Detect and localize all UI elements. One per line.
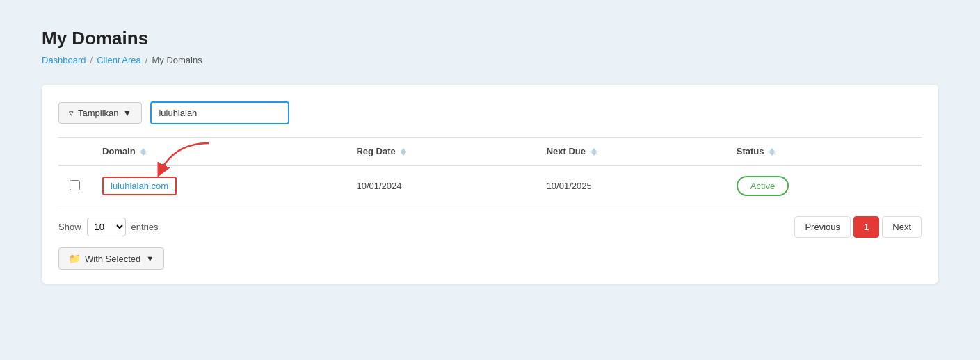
folder-icon: 📁 (69, 253, 81, 264)
sort-regdate-icon[interactable] (401, 148, 406, 156)
search-input[interactable] (150, 101, 289, 124)
breadcrumb-client-area[interactable]: Client Area (97, 55, 141, 65)
status-badge: Active (737, 176, 789, 196)
domains-table-wrapper: Domain Reg Date (58, 137, 922, 206)
show-label: Show (58, 222, 81, 232)
domains-card: ▿ Tampilkan ▼ Domain (42, 85, 938, 284)
row-checkbox[interactable] (70, 180, 80, 190)
sort-status-icon[interactable] (769, 148, 775, 156)
reg-date-value: 10/01/2024 (356, 181, 401, 191)
page-1-button[interactable]: 1 (853, 216, 879, 238)
row-domain-cell: luluhlalah.com (91, 165, 345, 206)
col-domain: Domain (91, 138, 345, 165)
show-entries: Show 10 25 50 100 entries (58, 218, 159, 236)
sort-domain-icon[interactable] (140, 148, 146, 156)
previous-button[interactable]: Previous (794, 216, 851, 238)
filter-button-label: Tampilkan (78, 108, 119, 118)
with-selected-caret-icon: ▼ (146, 254, 154, 263)
filter-button[interactable]: ▿ Tampilkan ▼ (58, 102, 142, 124)
row-status-cell: Active (725, 165, 922, 206)
filter-caret-icon: ▼ (123, 108, 132, 118)
page-title: My Domains (42, 28, 938, 49)
next-button[interactable]: Next (882, 216, 922, 238)
table-row: luluhlalah.com 10/01/2024 10/01/2025 Act… (58, 165, 922, 206)
next-due-value: 10/01/2025 (547, 181, 592, 191)
breadcrumb-sep-1: / (90, 55, 93, 65)
breadcrumb-dashboard[interactable]: Dashboard (42, 55, 86, 65)
table-footer: Show 10 25 50 100 entries Previous 1 Nex… (58, 206, 922, 240)
row-checkbox-cell (58, 165, 91, 206)
toolbar: ▿ Tampilkan ▼ (58, 101, 922, 124)
breadcrumb-sep-2: / (145, 55, 148, 65)
sort-nextdue-icon[interactable] (591, 148, 597, 156)
pagination: Previous 1 Next (794, 216, 922, 238)
domains-table: Domain Reg Date (58, 138, 922, 206)
domain-link[interactable]: luluhlalah.com (102, 177, 177, 195)
col-status: Status (725, 138, 922, 165)
entries-label: entries (131, 222, 159, 232)
col-checkbox (58, 138, 91, 165)
filter-icon: ▿ (69, 108, 74, 118)
with-selected-label: With Selected (85, 254, 140, 264)
row-reg-date-cell: 10/01/2024 (345, 165, 535, 206)
col-reg-date: Reg Date (345, 138, 535, 165)
breadcrumb: Dashboard / Client Area / My Domains (42, 55, 938, 65)
col-next-due: Next Due (536, 138, 725, 165)
with-selected-button[interactable]: 📁 With Selected ▼ (58, 247, 164, 270)
breadcrumb-current: My Domains (152, 55, 202, 65)
show-entries-select[interactable]: 10 25 50 100 (87, 218, 126, 236)
row-next-due-cell: 10/01/2025 (536, 165, 725, 206)
